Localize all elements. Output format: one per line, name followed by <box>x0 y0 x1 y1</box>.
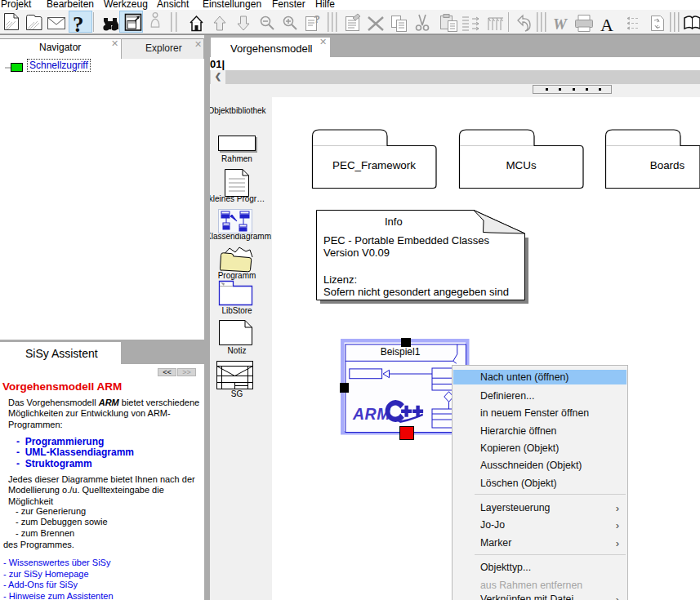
svg-text:W: W <box>553 16 568 33</box>
svg-text:ARM: ARM <box>352 405 390 423</box>
svg-text:?: ? <box>314 13 320 25</box>
svg-text:?: ? <box>73 12 84 37</box>
svg-text:A: A <box>600 15 613 35</box>
